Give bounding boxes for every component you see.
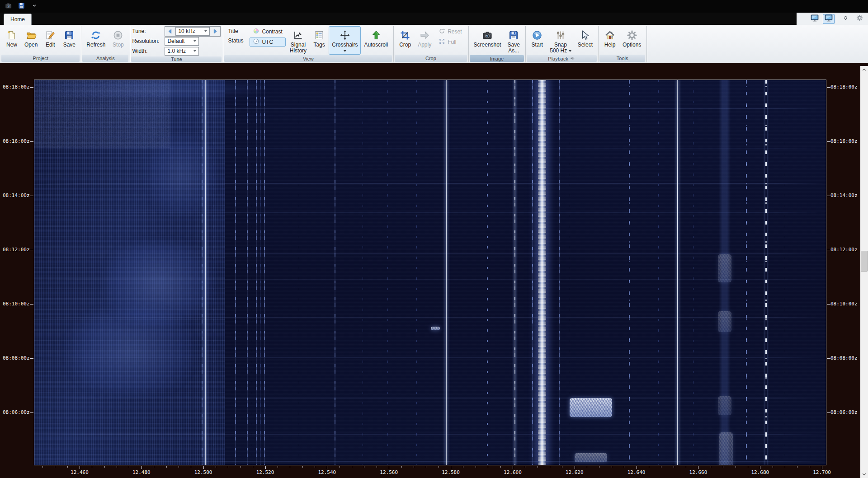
- time-tick: [30, 87, 33, 88]
- button-label: UTC: [262, 39, 273, 45]
- crosshairs-button[interactable]: Crosshairs: [329, 26, 361, 55]
- ribbon-group-label-view: View: [224, 55, 392, 62]
- button-label: New: [6, 42, 17, 48]
- signal-trace: [785, 80, 785, 465]
- width-dropdown[interactable]: 1.0 kHz: [165, 47, 199, 56]
- contrast-button[interactable]: Contrast: [250, 27, 285, 36]
- ribbon-collapse-button[interactable]: [840, 14, 851, 24]
- new-button[interactable]: New: [2, 26, 21, 54]
- stop-button[interactable]: Stop: [108, 26, 127, 54]
- select-button[interactable]: Select: [575, 26, 596, 55]
- edit-button[interactable]: Edit: [41, 26, 60, 54]
- title-button[interactable]: Title: [226, 27, 248, 35]
- time-axis-label: 08:10:00z: [830, 301, 858, 307]
- open-button[interactable]: Open: [21, 26, 41, 54]
- screenshot-button[interactable]: Screenshot: [471, 26, 505, 55]
- utc-button[interactable]: UTC: [250, 37, 285, 47]
- button-label: Edit: [46, 42, 55, 48]
- monitor-button[interactable]: [809, 14, 821, 24]
- apply-button[interactable]: Apply: [415, 26, 434, 54]
- scrollbar-down-arrow-icon[interactable]: [860, 470, 868, 478]
- freq-minor-tick: [55, 466, 55, 468]
- freq-minor-tick: [401, 466, 402, 468]
- scrollbar-up-arrow-icon[interactable]: [860, 66, 868, 74]
- autoscroll-button[interactable]: Autoscroll: [361, 26, 391, 55]
- waterfall-spectrogram[interactable]: [34, 80, 826, 465]
- freq-minor-tick: [612, 466, 612, 468]
- freq-major-tick: [265, 466, 266, 469]
- qat-save-button[interactable]: [16, 1, 26, 11]
- monitor-button-active[interactable]: [823, 14, 835, 24]
- ribbon-group-crop: CropApplyResetFullCrop: [393, 25, 468, 63]
- button-label: SaveAs...: [508, 42, 520, 54]
- vertical-scrollbar[interactable]: [860, 66, 868, 478]
- signal-trace: [746, 80, 747, 465]
- full-expand-arrows-icon: [439, 38, 445, 46]
- help-button[interactable]: Help: [600, 26, 619, 54]
- start-button[interactable]: Start: [528, 26, 547, 55]
- freq-axis-label: 12.480: [132, 469, 151, 475]
- ribbon-group-project: NewOpenEditSaveProject: [0, 25, 81, 63]
- freq-minor-tick: [228, 466, 228, 468]
- spin-left-arrow-icon[interactable]: [166, 28, 175, 35]
- time-axis-label: 08:18:00z: [830, 84, 858, 90]
- apply-arrow-icon: [419, 28, 430, 42]
- button-label: Open: [24, 42, 38, 48]
- tune-dropdown[interactable]: 10 kHz: [175, 27, 210, 36]
- camera-icon: [5, 2, 12, 11]
- open-folder-icon: [26, 28, 37, 42]
- time-axis-label: 08:16:00z: [3, 138, 30, 144]
- settings-button[interactable]: [854, 14, 865, 24]
- button-label: Stop: [113, 42, 124, 48]
- freq-minor-tick: [587, 466, 587, 468]
- saveas-button[interactable]: SaveAs...: [504, 26, 523, 55]
- time-axis-label: 08:06:00z: [830, 409, 858, 415]
- time-tick: [30, 358, 33, 359]
- full-button[interactable]: Full: [435, 37, 465, 47]
- freq-minor-tick: [253, 466, 253, 468]
- reset-circular-arrow-icon: [439, 28, 445, 36]
- scrollbar-thumb[interactable]: [861, 251, 868, 272]
- reset-button[interactable]: Reset: [435, 27, 465, 36]
- resolution-dropdown[interactable]: Default: [165, 37, 199, 46]
- signal-burst: [718, 311, 731, 332]
- select-cursor-icon: [580, 28, 590, 42]
- interference-band: [34, 253, 826, 254]
- ribbon-group-label-analysis: Analysis: [82, 55, 128, 62]
- button-label: Full: [448, 39, 456, 45]
- stop-icon: [113, 28, 123, 42]
- crop-button[interactable]: Crop: [396, 26, 415, 54]
- signal-trace: [252, 80, 252, 465]
- freq-minor-tick: [538, 466, 538, 468]
- status-button[interactable]: Status: [226, 37, 248, 45]
- interference-band: [34, 461, 826, 462]
- freq-minor-tick: [463, 466, 463, 468]
- freq-minor-tick: [179, 466, 179, 468]
- qat-menu-button[interactable]: [29, 1, 39, 11]
- time-axis-label: 08:14:00z: [3, 192, 30, 198]
- resolution-label: Resolution:: [132, 38, 165, 44]
- tune-label: Tune:: [132, 28, 165, 34]
- save-floppy-icon: [18, 2, 25, 11]
- qat-screenshot-button[interactable]: [3, 1, 13, 11]
- signalhistory-button[interactable]: SignalHistory: [287, 26, 310, 55]
- application-window: Home NewOpenEditSaveProjectRefreshStopAn…: [0, 0, 868, 478]
- snap500-hz-button[interactable]: Snap500 Hz: [547, 26, 574, 55]
- interference-band: [34, 148, 826, 149]
- dropdown-value: Default: [167, 38, 184, 44]
- freq-minor-tick: [154, 466, 154, 468]
- refresh-button[interactable]: Refresh: [83, 26, 108, 54]
- button-label: Reset: [448, 28, 462, 35]
- tags-button[interactable]: Tags: [310, 26, 329, 55]
- freq-major-tick: [327, 466, 327, 469]
- freq-minor-tick: [426, 466, 426, 468]
- options-button[interactable]: Options: [619, 26, 644, 54]
- button-label: Screenshot: [474, 42, 501, 48]
- tab-home[interactable]: Home: [4, 14, 32, 25]
- signal-trace: [658, 80, 659, 465]
- save-button[interactable]: Save: [60, 26, 79, 54]
- button-label: Start: [532, 42, 543, 48]
- button-label: Select: [578, 42, 593, 48]
- signal-trace: [387, 80, 388, 465]
- spin-right-arrow-icon[interactable]: [211, 28, 219, 35]
